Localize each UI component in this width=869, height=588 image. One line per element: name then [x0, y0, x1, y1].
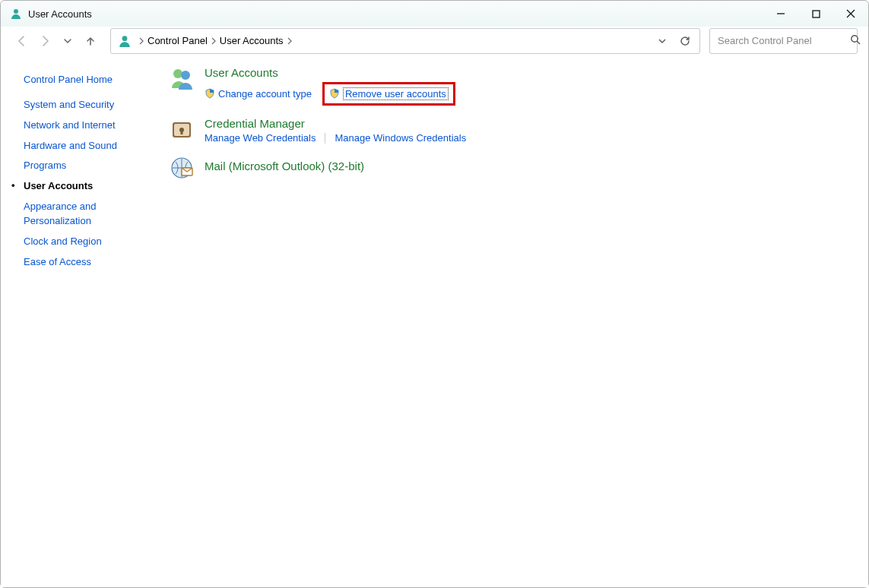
- svg-point-5: [122, 36, 128, 41]
- sidebar-item-programs[interactable]: Programs: [1, 156, 153, 176]
- uac-shield-icon: [205, 88, 215, 99]
- credential-manager-icon: [168, 116, 195, 144]
- separator: [325, 133, 325, 144]
- sidebar: Control Panel Home System and Security N…: [1, 55, 153, 587]
- chevron-right-icon[interactable]: [137, 37, 146, 45]
- address-dropdown-button[interactable]: [651, 30, 674, 52]
- remove-user-accounts-label: Remove user accounts: [343, 87, 449, 100]
- sidebar-item-ease-access[interactable]: Ease of Access: [1, 252, 153, 273]
- svg-point-8: [173, 69, 182, 78]
- search-input[interactable]: [716, 34, 847, 47]
- sidebar-item-user-accounts[interactable]: User Accounts: [1, 176, 153, 197]
- change-account-type-label: Change account type: [218, 88, 312, 100]
- window-title: User Accounts: [28, 8, 92, 20]
- svg-point-9: [181, 71, 190, 80]
- sidebar-item-hardware-sound[interactable]: Hardware and Sound: [1, 136, 153, 156]
- svg-line-7: [857, 41, 860, 44]
- uac-shield-icon: [329, 88, 340, 99]
- search-icon[interactable]: [850, 34, 861, 47]
- close-button[interactable]: [833, 1, 868, 27]
- category-credential-manager: Credential Manager Manage Web Credential…: [168, 116, 853, 144]
- sidebar-item-appearance[interactable]: Appearance and Personalization: [1, 197, 115, 232]
- manage-web-credentials-link[interactable]: Manage Web Credentials: [205, 132, 316, 144]
- back-button[interactable]: [11, 30, 33, 52]
- svg-line-3: [847, 10, 855, 17]
- manage-windows-credentials-link[interactable]: Manage Windows Credentials: [335, 132, 466, 144]
- user-accounts-title[interactable]: User Accounts: [205, 65, 853, 81]
- refresh-button[interactable]: [674, 30, 696, 52]
- address-bar[interactable]: Control Panel User Accounts: [110, 28, 700, 54]
- sidebar-item-system-security[interactable]: System and Security: [1, 95, 153, 115]
- svg-line-4: [847, 10, 855, 17]
- annotation-highlight: Remove user accounts: [322, 82, 455, 106]
- content-area: User Accounts Change account type: [153, 55, 868, 587]
- search-box[interactable]: [709, 28, 858, 54]
- breadcrumb-root[interactable]: Control Panel: [146, 35, 209, 46]
- forward-button[interactable]: [34, 30, 56, 52]
- credential-manager-title[interactable]: Credential Manager: [205, 116, 853, 131]
- svg-point-6: [852, 36, 858, 42]
- category-mail: Mail (Microsoft Outlook) (32-bit): [168, 154, 853, 182]
- chevron-right-icon[interactable]: [209, 37, 218, 45]
- title-bar: User Accounts: [1, 1, 868, 27]
- recent-locations-button[interactable]: [57, 30, 78, 52]
- body: Control Panel Home System and Security N…: [1, 55, 868, 587]
- window: User Accounts: [0, 0, 869, 588]
- sidebar-item-clock-region[interactable]: Clock and Region: [1, 232, 153, 252]
- mail-title[interactable]: Mail (Microsoft Outlook) (32-bit): [205, 159, 853, 174]
- sidebar-home[interactable]: Control Panel Home: [1, 70, 153, 95]
- user-accounts-category-icon: [168, 65, 195, 93]
- maximize-button[interactable]: [798, 1, 833, 27]
- mail-icon: [168, 154, 195, 182]
- window-controls: [763, 1, 868, 27]
- breadcrumb-current[interactable]: User Accounts: [218, 35, 285, 46]
- nav-toolbar: Control Panel User Accounts: [1, 27, 868, 55]
- chevron-right-icon[interactable]: [285, 37, 294, 45]
- svg-point-0: [14, 9, 18, 14]
- up-button[interactable]: [80, 30, 101, 52]
- user-accounts-icon: [10, 8, 22, 20]
- minimize-button[interactable]: [763, 1, 798, 27]
- remove-user-accounts-link[interactable]: Remove user accounts: [329, 87, 449, 100]
- sidebar-item-network-internet[interactable]: Network and Internet: [1, 115, 153, 136]
- control-panel-icon: [117, 33, 132, 49]
- svg-rect-2: [813, 11, 820, 17]
- svg-rect-13: [181, 130, 183, 134]
- change-account-type-link[interactable]: Change account type: [205, 88, 312, 100]
- category-user-accounts: User Accounts Change account type: [168, 65, 853, 106]
